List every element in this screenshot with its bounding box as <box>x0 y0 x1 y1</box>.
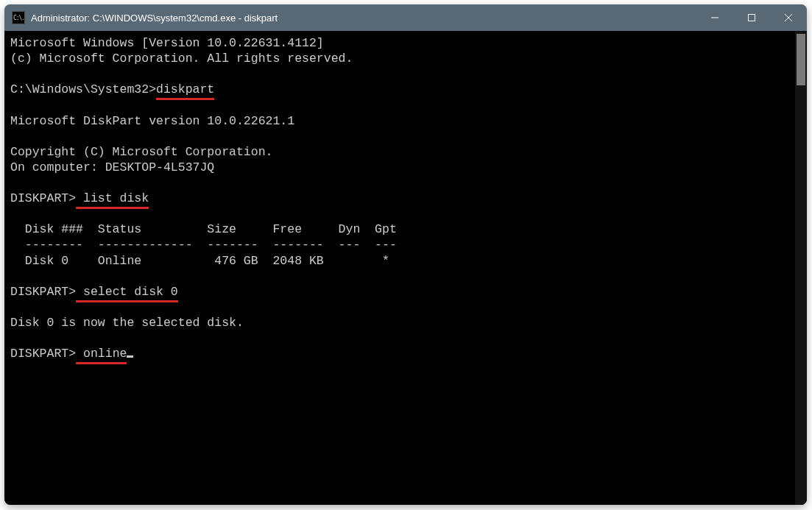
close-button[interactable] <box>770 4 807 31</box>
minimize-button[interactable] <box>696 4 733 31</box>
prompt-line-3: DISKPART> select disk 0 <box>10 284 801 300</box>
prompt-prefix: C:\Windows\System32> <box>10 82 156 96</box>
table-header: Disk ### Status Size Free Dyn Gpt <box>10 222 801 237</box>
cmd-icon: C:\. <box>12 11 25 24</box>
prompt-prefix: DISKPART> <box>10 347 76 361</box>
window-title: Administrator: C:\WINDOWS\system32\cmd.e… <box>31 13 696 24</box>
computer-name: On computer: DESKTOP-4L537JQ <box>10 160 801 175</box>
command-list-disk: list disk <box>76 191 149 206</box>
prompt-line-4: DISKPART> online <box>10 346 801 361</box>
titlebar[interactable]: C:\. Administrator: C:\WINDOWS\system32\… <box>4 4 807 31</box>
command-select-disk: select disk 0 <box>76 284 178 300</box>
command-online: online <box>76 346 127 361</box>
cursor-icon <box>127 355 133 358</box>
prompt-line-2: DISKPART> list disk <box>10 191 801 206</box>
terminal-output[interactable]: Microsoft Windows [Version 10.0.22631.41… <box>4 31 807 505</box>
prompt-line-1: C:\Windows\System32>diskpart <box>10 82 801 97</box>
terminal-text: Microsoft Windows [Version 10.0.22631.41… <box>10 35 801 361</box>
maximize-button[interactable] <box>733 4 770 31</box>
table-divider: -------- ------------- ------- ------- -… <box>10 237 801 252</box>
command-diskpart: diskpart <box>156 82 214 97</box>
diskpart-copyright: Copyright (C) Microsoft Corporation. <box>10 144 801 160</box>
cmd-window: C:\. Administrator: C:\WINDOWS\system32\… <box>4 4 807 505</box>
select-result: Disk 0 is now the selected disk. <box>10 315 801 330</box>
table-row: Disk 0 Online 476 GB 2048 KB * <box>10 253 801 269</box>
svg-rect-1 <box>749 15 755 21</box>
window-controls <box>696 4 807 31</box>
copyright-line: (c) Microsoft Corporation. All rights re… <box>10 51 801 66</box>
prompt-prefix: DISKPART> <box>10 285 76 299</box>
version-line: Microsoft Windows [Version 10.0.22631.41… <box>10 35 801 51</box>
diskpart-version: Microsoft DiskPart version 10.0.22621.1 <box>10 113 801 129</box>
prompt-prefix: DISKPART> <box>10 191 76 205</box>
